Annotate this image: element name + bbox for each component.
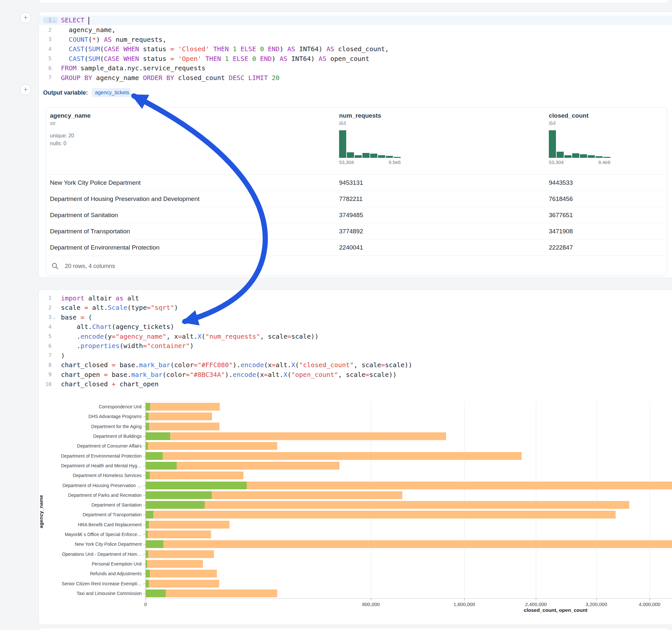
bar-open_count[interactable] (146, 560, 147, 568)
code-line[interactable]: 2scale = alt.Scale(type="sqrt") (39, 303, 672, 313)
code-line[interactable]: 10chart_closed + chart_open (39, 380, 672, 389)
table-row[interactable]: Department of Sanitation37494853677651 (46, 207, 667, 223)
column-title: closed_count (549, 112, 610, 119)
code-token: alt. (61, 323, 92, 331)
code-token: = (104, 371, 107, 379)
code-line[interactable]: 6 .properties(width="container") (39, 341, 672, 351)
histogram-bar (572, 153, 579, 158)
python-code-editor[interactable]: 1import altair as alt2scale = alt.Scale(… (39, 293, 672, 389)
code-token: ( (84, 313, 92, 321)
bar-open_count[interactable] (146, 422, 149, 430)
bar-closed_count[interactable] (146, 422, 219, 430)
code-line[interactable]: 4 CAST(SUM(CASE WHEN status = 'Closed' T… (39, 44, 672, 54)
notebook-page: + + 1⌄SELECT 2 agency_name,3 COUNT(*) AS… (0, 0, 672, 630)
code-token: AS (319, 55, 327, 63)
bar-closed_count[interactable] (146, 570, 217, 578)
bar-closed_count[interactable] (146, 452, 522, 460)
bar-closed_count[interactable] (146, 442, 277, 450)
histogram-bar (355, 155, 362, 158)
bar-closed_count[interactable] (146, 580, 219, 587)
bar-open_count[interactable] (146, 589, 166, 597)
bar-open_count[interactable] (146, 471, 150, 479)
bar-open_count[interactable] (146, 413, 148, 420)
bar-open_count[interactable] (146, 501, 205, 509)
bar-open_count[interactable] (146, 452, 163, 460)
fold-chevron-icon[interactable]: ⌄ (51, 315, 57, 319)
code-token (61, 55, 69, 63)
bar-closed_count[interactable] (146, 501, 629, 509)
output-variable-chip[interactable]: agency_tickets (92, 88, 130, 97)
code-line[interactable]: 1import altair as alt (39, 293, 672, 303)
bar-open_count[interactable] (146, 442, 148, 450)
table-row[interactable]: Department of Housing Preservation and D… (46, 191, 667, 207)
code-token: chart_closed (61, 361, 112, 369)
bar-closed_count[interactable] (146, 511, 616, 518)
bar-open_count[interactable] (146, 511, 153, 518)
sql-code-editor[interactable]: 1⌄SELECT 2 agency_name,3 COUNT(*) AS num… (39, 16, 672, 83)
code-token: = (147, 304, 151, 311)
code-token: mark_bar (131, 371, 162, 379)
column-title: num_requests (339, 112, 401, 119)
bar-open_count[interactable] (146, 462, 177, 469)
code-line[interactable]: 6FROM sample_data.nyc.service_requests (39, 64, 672, 73)
bar-open_count[interactable] (146, 570, 150, 578)
code-line[interactable]: 3⌄base = ( (39, 312, 672, 322)
table-cell: Department of Housing Preservation and D… (50, 195, 339, 202)
histogram-bar (347, 152, 354, 158)
table-row[interactable]: Department of Transportation377489234719… (46, 223, 667, 239)
code-token: import (61, 294, 84, 302)
code-token: 0 (252, 55, 256, 63)
line-number: 1 (44, 17, 51, 23)
bar-open_count[interactable] (146, 432, 170, 440)
bar-closed_count[interactable] (146, 471, 243, 479)
code-token: (color (170, 361, 194, 369)
table-row[interactable]: New York City Police Department945313194… (46, 174, 667, 191)
code-line[interactable]: 8chart_closed = base.mark_bar(color="#FF… (39, 360, 672, 370)
bar-open_count[interactable] (146, 580, 149, 587)
bar-closed_count[interactable] (146, 560, 203, 568)
table-row[interactable]: Department of Environmental Protection22… (46, 239, 667, 256)
bar-open_count[interactable] (146, 531, 148, 538)
code-token: (width (120, 342, 143, 350)
bar-open_count[interactable] (146, 482, 247, 489)
bar-open_count[interactable] (146, 521, 149, 529)
search-icon[interactable] (51, 262, 59, 270)
bar-closed_count[interactable] (146, 540, 672, 548)
bar-open_count[interactable] (146, 403, 150, 411)
code-line[interactable]: 7) (39, 350, 672, 360)
code-token: = (264, 371, 268, 379)
code-token: = (170, 55, 174, 63)
column-header-agency-name[interactable]: agency_name str unique: 20 nulls: 0 (50, 112, 91, 146)
bar-open_count[interactable] (146, 491, 212, 499)
code-line[interactable]: 3 COUNT(*) AS num_requests, (39, 35, 672, 44)
code-token: ORDER BY (143, 74, 174, 82)
bar-closed_count[interactable] (146, 521, 230, 529)
bar-closed_count[interactable] (146, 432, 446, 440)
bar-closed_count[interactable] (146, 413, 212, 420)
code-token: chart_open (61, 371, 104, 379)
column-header-closed-count[interactable]: closed_count i64 53,304 9.4e6 (549, 112, 610, 165)
column-header-num-requests[interactable]: num_requests i64 53,304 9.5e6 (339, 112, 401, 165)
code-line[interactable]: 5 CAST(SUM(CASE WHEN status = 'Open' THE… (39, 54, 672, 64)
code-line[interactable]: 9chart_open = base.mark_bar(color="#8BC3… (39, 370, 672, 380)
code-token: ) (272, 55, 280, 63)
code-line[interactable]: 4 alt.Chart(agency_tickets) (39, 322, 672, 332)
code-line[interactable]: 1⌄SELECT (39, 16, 672, 25)
histogram-range-labels: 53,304 9.5e6 (339, 160, 401, 165)
code-line[interactable]: 7GROUP BY agency_name ORDER BY closed_co… (39, 73, 672, 83)
bar-closed_count[interactable] (146, 589, 277, 597)
fold-chevron-icon[interactable]: ⌄ (51, 18, 57, 23)
output-variable-label: Output variable: (43, 90, 88, 96)
bar-closed_count[interactable] (146, 531, 211, 538)
code-token: ( (100, 55, 104, 63)
bar-open_count[interactable] (146, 540, 163, 548)
code-token: status (139, 45, 170, 53)
add-cell-button[interactable]: + (20, 84, 31, 95)
code-line[interactable]: 5 .encode(y="agency_name", x=alt.X("num_… (39, 332, 672, 341)
code-line[interactable]: 2 agency_name, (39, 25, 672, 35)
bar-closed_count[interactable] (146, 550, 214, 558)
bar-open_count[interactable] (146, 550, 148, 558)
add-cell-button[interactable]: + (20, 12, 31, 23)
bar-closed_count[interactable] (146, 403, 220, 411)
histogram-bar (549, 130, 556, 158)
